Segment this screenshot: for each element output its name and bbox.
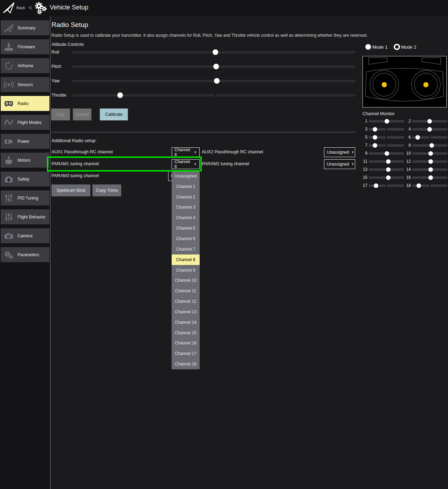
attitude-slider-handle[interactable] [213, 49, 218, 55]
sidebar-item-label: Sensors [18, 82, 33, 87]
channel-value-dot [429, 143, 434, 148]
back-button[interactable]: Back [16, 6, 25, 10]
camera-icon [4, 231, 14, 241]
dropdown-option[interactable]: Channel 11 [172, 286, 200, 296]
channel-value-dot [386, 159, 391, 164]
transmitter-sticks-icon [363, 56, 446, 107]
dropdown-option[interactable]: Unassigned [172, 171, 200, 181]
attitude-slider-handle[interactable] [117, 92, 123, 98]
dropdown-value: Unassigned [327, 162, 349, 167]
sliders-icon [4, 193, 14, 203]
attitude-slider-label: Throttle [51, 93, 66, 98]
additional-radio-setup-heading: Additional Radio setup: [51, 138, 97, 143]
motor-icon [4, 155, 14, 166]
param1-tuning-label: PARAM1 tuning channel [51, 161, 99, 166]
dropdown-option[interactable]: Channel 9 [172, 265, 200, 275]
attitude-slider-track[interactable] [73, 94, 355, 97]
paper-plane-icon[interactable] [2, 1, 15, 15]
channel-value-dot [427, 119, 432, 124]
channel-number: 8 [405, 143, 411, 148]
dropdown-option[interactable]: Channel 1 [172, 181, 200, 192]
chevron-down-icon: ▼ [351, 151, 354, 154]
cancel-button[interactable]: Cancel [73, 109, 91, 120]
channel-number: 17 [361, 183, 367, 188]
right-stick-dot [423, 82, 429, 88]
sidebar-item-label: Firmware [18, 44, 35, 49]
mode1-radio[interactable] [365, 44, 371, 50]
channel-number: 13 [361, 167, 367, 172]
channel-number: 10 [405, 151, 411, 156]
sidebar-item-sensors[interactable]: Sensors [1, 77, 49, 92]
sidebar-item-label: Motors [18, 158, 30, 163]
dropdown-option[interactable]: Channel 17 [172, 348, 200, 359]
vehicle-setup-window: Back < Vehicle Setup Summary Firmware Ai… [0, 0, 448, 489]
top-toolbar: Back < Vehicle Setup [0, 0, 448, 16]
channel-number: 11 [361, 159, 367, 164]
chevron-down-icon: ▼ [194, 151, 197, 154]
channel-number: 12 [405, 159, 411, 164]
mode1-label: Mode 1 [372, 44, 387, 50]
dropdown-option[interactable]: Channel 14 [172, 317, 200, 328]
dropdown-option[interactable]: Channel 6 [172, 233, 200, 244]
sidebar-item-radio[interactable]: Radio [1, 96, 49, 111]
sidebar-item-label: Summary [18, 26, 35, 30]
dropdown-option[interactable]: Channel 16 [172, 338, 200, 349]
dropdown-option[interactable]: Channel 3 [172, 202, 200, 213]
channel-value-dot [416, 183, 421, 188]
dropdown-option[interactable]: Channel 18 [172, 359, 200, 369]
dropdown-option[interactable]: Channel 8 [172, 254, 200, 265]
plane-icon [4, 23, 14, 33]
sliders-icon [4, 212, 14, 222]
dropdown-option[interactable]: Channel 10 [172, 275, 200, 286]
chevron-down-icon: ▼ [194, 162, 197, 166]
dropdown-option[interactable]: Channel 4 [172, 212, 200, 223]
param2-tuning-dropdown[interactable]: Unassigned▼ [324, 159, 355, 169]
sidebar-item-motors[interactable]: Motors [1, 153, 49, 168]
skip-button[interactable]: Skip [51, 109, 70, 120]
dropdown-option[interactable]: Channel 13 [172, 307, 200, 317]
channel-number: 2 [405, 119, 411, 124]
sidebar-item-airframe[interactable]: Airframe [1, 58, 49, 73]
channel-number: 14 [405, 167, 411, 172]
section-divider [51, 132, 356, 132]
sidebar-item-flight-behavior[interactable]: Flight Behavior [1, 209, 49, 224]
copy-trims-button[interactable]: Copy Trims [92, 184, 121, 196]
sidebar-item-label: Flight Behavior [18, 215, 46, 219]
channel-value-dot [427, 127, 432, 132]
aux1-passthrough-dropdown[interactable]: Channel 8▼ [172, 147, 200, 157]
calibrate-button[interactable]: Calibrate [100, 109, 128, 120]
sidebar-item-safety[interactable]: Safety [1, 172, 49, 187]
sidebar-item-pid-tuning[interactable]: PID Tuning [1, 190, 49, 205]
dropdown-option[interactable]: Channel 2 [172, 192, 200, 202]
sidebar-item-label: Radio [18, 101, 28, 106]
param1-tuning-dropdown[interactable]: Channel 8▼ [172, 159, 200, 169]
dropdown-option[interactable]: Channel 15 [172, 328, 200, 338]
sidebar-item-label: Power [18, 139, 29, 144]
sidebar-item-flight-modes[interactable]: Flight Modes [1, 115, 49, 130]
attitude-slider-handle[interactable] [213, 64, 219, 69]
attitude-slider-handle[interactable] [214, 78, 220, 84]
sidebar-item-parameters[interactable]: Parameters [1, 247, 49, 262]
chevron-down-icon: ▼ [351, 162, 354, 166]
sidebar-item-camera[interactable]: Camera [1, 228, 49, 243]
sidebar-item-power[interactable]: Power [1, 134, 49, 149]
left-stick-dot [382, 82, 387, 88]
dropdown-option[interactable]: Channel 12 [172, 296, 200, 307]
channel-number: 5 [361, 135, 367, 140]
channel-value-dot [428, 175, 433, 180]
gears-icon [4, 250, 14, 260]
channel-value-dot [373, 143, 377, 148]
aux2-passthrough-dropdown[interactable]: Unassigned▼ [324, 147, 355, 157]
channel-value-dot [373, 127, 377, 132]
dropdown-option[interactable]: Channel 5 [172, 223, 200, 233]
mode2-radio[interactable] [394, 44, 400, 50]
channel-value-dot [386, 167, 391, 172]
sidebar-item-summary[interactable]: Summary [1, 20, 49, 35]
spektrum-bind-button[interactable]: Spektrum Bind [51, 184, 90, 196]
sidebar-item-firmware[interactable]: Firmware [1, 39, 49, 54]
attitude-slider-label: Pitch [51, 64, 61, 69]
dropdown-option[interactable]: Channel 7 [172, 244, 200, 254]
channel-value-dot [428, 159, 433, 164]
sidebar-item-label: Safety [18, 177, 29, 182]
channel-monitor-heading: Channel Monitor [363, 111, 395, 116]
